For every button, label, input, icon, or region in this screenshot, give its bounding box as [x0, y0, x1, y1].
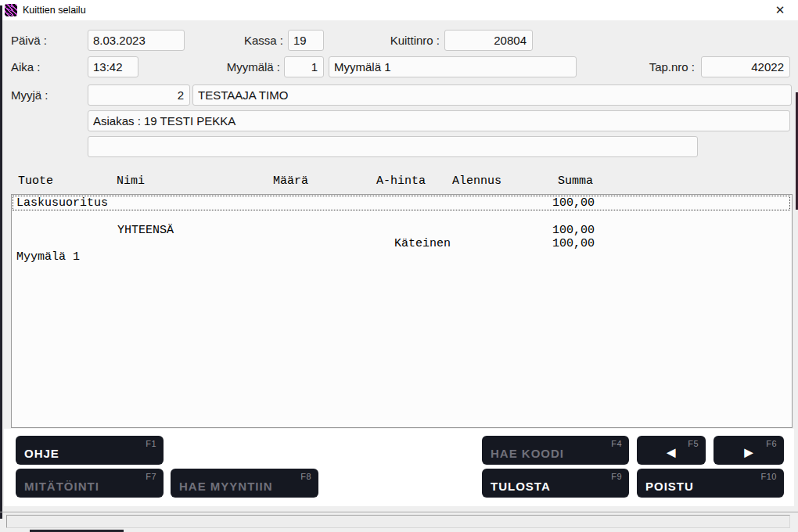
date-label: Päivä :	[11, 30, 47, 51]
fkey-label: F4	[611, 439, 622, 448]
extra-info-input[interactable]	[88, 136, 698, 157]
register-label: Kassa :	[203, 30, 283, 51]
fkey-label: F5	[688, 439, 699, 448]
button-label: MITÄTÖINTI	[24, 480, 99, 493]
time-input[interactable]	[88, 56, 138, 77]
fetch-code-button[interactable]: F4 HAE KOODI	[482, 436, 629, 465]
line-store-name: Myymälä 1	[16, 250, 80, 264]
fkey-label: F8	[300, 472, 311, 481]
next-receipt-button[interactable]: F6 ▶	[714, 436, 784, 465]
col-header-name: Nimi	[117, 174, 145, 188]
fetch-to-sale-button[interactable]: F8 HAE MYYNTIIN	[171, 469, 318, 498]
fkey-label: F7	[146, 472, 156, 481]
line-total-label: YHTEENSÄ	[117, 224, 174, 237]
fkey-label: F6	[766, 439, 777, 448]
seller-number-input[interactable]	[88, 84, 190, 106]
receipt-lines-table[interactable]: Laskusuoritus 100,00 YHTEENSÄ 100,00 Kät…	[11, 194, 793, 428]
left-edge-sliver	[0, 5, 2, 519]
register-input[interactable]	[288, 30, 324, 51]
seller-label: Myyjä :	[11, 84, 49, 106]
transaction-number-label: Tap.nro :	[602, 56, 695, 77]
button-label: OHJE	[24, 447, 59, 460]
col-header-discount: Alennus	[452, 174, 501, 188]
exit-button[interactable]: F10 POISTU	[637, 469, 784, 498]
statusbar-separator	[0, 512, 798, 512]
table-row[interactable]: YHTEENSÄ 100,00	[12, 224, 792, 237]
table-header-row: Tuote Nimi Määrä A-hinta Alennus Summa	[0, 174, 798, 188]
line-product: Laskusuoritus	[16, 196, 108, 210]
button-label: POISTU	[645, 480, 694, 493]
titlebar: Kuittien selailu ✕	[0, 0, 798, 20]
line-payment-sum: 100,00	[552, 237, 595, 250]
line-total-sum: 100,00	[552, 224, 595, 237]
col-header-sum: Summa	[558, 174, 593, 188]
line-sum: 100,00	[552, 196, 595, 210]
left-arrow-icon: ◀	[667, 446, 676, 458]
store-name-input[interactable]	[329, 56, 577, 77]
transaction-number-input[interactable]	[701, 56, 790, 77]
table-row[interactable]: Laskusuoritus 100,00	[12, 196, 792, 210]
seller-name-input[interactable]	[192, 84, 792, 106]
fkey-label: F1	[146, 439, 156, 448]
help-button[interactable]: F1 OHJE	[16, 436, 164, 465]
fkey-label: F9	[611, 472, 622, 481]
previous-receipt-button[interactable]: F5 ◀	[637, 436, 706, 465]
right-arrow-icon: ▶	[745, 446, 753, 458]
button-label: TULOSTA	[491, 480, 551, 493]
col-header-unitprice: A-hinta	[376, 174, 426, 188]
button-label: HAE KOODI	[491, 447, 564, 460]
receipt-number-label: Kuittinro :	[344, 30, 440, 51]
table-row[interactable]: Käteinen 100,00	[12, 237, 792, 250]
print-button[interactable]: F9 TULOSTA	[482, 469, 629, 498]
window-title: Kuittien selailu	[23, 0, 86, 20]
time-label: Aika :	[11, 56, 41, 77]
store-number-input[interactable]	[284, 56, 324, 77]
app-icon	[5, 4, 17, 16]
receipt-number-input[interactable]	[444, 30, 533, 51]
customer-input[interactable]	[88, 110, 790, 131]
store-label: Myymälä :	[188, 56, 280, 77]
statusbar	[6, 515, 790, 528]
close-icon[interactable]: ✕	[768, 0, 792, 20]
col-header-product: Tuote	[18, 174, 53, 188]
fkey-label: F10	[761, 472, 777, 481]
date-input[interactable]	[88, 30, 185, 51]
col-header-quantity: Määrä	[273, 174, 308, 188]
void-button[interactable]: F7 MITÄTÖINTI	[16, 469, 164, 498]
receipt-browser-window: Kuittien selailu ✕ Päivä : Kassa : Kuitt…	[0, 0, 798, 532]
button-label: HAE MYYNTIIN	[179, 480, 273, 493]
line-payment-method: Käteinen	[394, 237, 451, 250]
table-row[interactable]: Myymälä 1	[12, 250, 792, 264]
